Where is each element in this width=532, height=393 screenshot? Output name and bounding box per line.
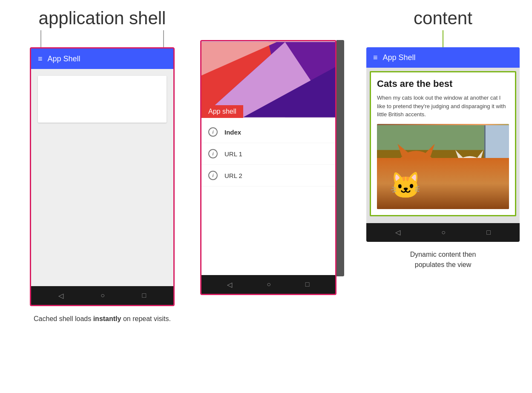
info-icon-url2: i [208,171,218,180]
menu-item-url1: i URL 1 [201,143,335,165]
hero-image: App shell [201,41,335,118]
svg-point-17 [445,166,499,208]
back-icon-2: ◁ [227,281,232,289]
phone3-nav: ◁ ○ □ [366,223,520,242]
info-icon-index: i [208,127,218,137]
hamburger-icon-3: ≡ [373,54,378,61]
phone1-body [31,69,173,286]
info-icon-url1: i [208,149,218,158]
svg-point-22 [419,163,425,167]
home-icon-2: ○ [267,281,271,288]
back-icon-3: ◁ [395,228,400,236]
svg-rect-11 [484,125,486,208]
phone-3: ≡ App Shell Cats are the best When my ca… [366,47,520,242]
menu-item-url2: i URL 2 [201,165,335,186]
svg-rect-9 [377,150,509,208]
svg-point-24 [473,167,478,171]
phone-1: ≡ App Shell ◁ ○ □ [30,47,175,306]
recents-icon-2: □ [305,281,310,288]
svg-point-21 [410,163,416,167]
menu-label-url2: URL 2 [224,172,242,179]
menu-item-index: i Index [201,121,335,143]
hamburger-icon-1: ≡ [38,55,43,63]
left-section: application shell ≡ App Shell ◁ ○ □ [13,9,192,324]
application-shell-label: application shell [39,9,166,28]
svg-point-12 [389,169,463,209]
phone3-title: App Shell [383,53,416,62]
recents-icon-3: □ [486,229,491,236]
menu-label-url1: URL 1 [224,150,242,158]
svg-point-18 [454,156,486,185]
phone1-appbar: ≡ App Shell [31,49,173,69]
home-icon-3: ○ [441,229,446,236]
phone1-nav: ◁ ○ □ [31,286,173,305]
phone2-nav: ◁ ○ □ [201,275,335,294]
left-caption: Cached shell loads instantly on repeat v… [34,314,171,324]
content-title: Cats are the best [377,78,509,89]
content-text: When my cats look out the window at anot… [377,94,509,119]
svg-rect-10 [484,125,509,208]
phone2-menu: i Index i URL 1 i URL 2 [201,118,335,275]
placeholder-card [38,76,167,123]
svg-point-13 [394,154,435,204]
cat-image [377,124,509,209]
home-icon-1: ○ [101,292,105,299]
menu-label-index: Index [224,129,241,136]
connector-line-2 [163,30,164,47]
phone2-shadow [336,40,344,276]
phone-2: App shell i Index i URL 1 i URL 2 [200,40,336,295]
connector-line-1 [40,30,41,47]
phone3-appbar: ≡ App Shell [366,47,520,68]
phone3-body: Cats are the best When my cats look out … [366,71,520,223]
content-label: content [414,9,472,28]
app-shell-banner: App shell [201,105,243,118]
right-caption: Dynamic content then populates the view [410,250,476,270]
middle-section: App shell i Index i URL 1 i URL 2 [187,40,349,295]
svg-point-23 [465,167,470,171]
recents-icon-1: □ [142,292,147,299]
content-card: Cats are the best When my cats look out … [370,71,516,216]
connector-line-green [443,30,443,47]
right-section: content ≡ App Shell Cats are the best Wh… [358,9,528,270]
back-icon-1: ◁ [58,292,63,300]
phone1-title: App Shell [48,55,81,63]
